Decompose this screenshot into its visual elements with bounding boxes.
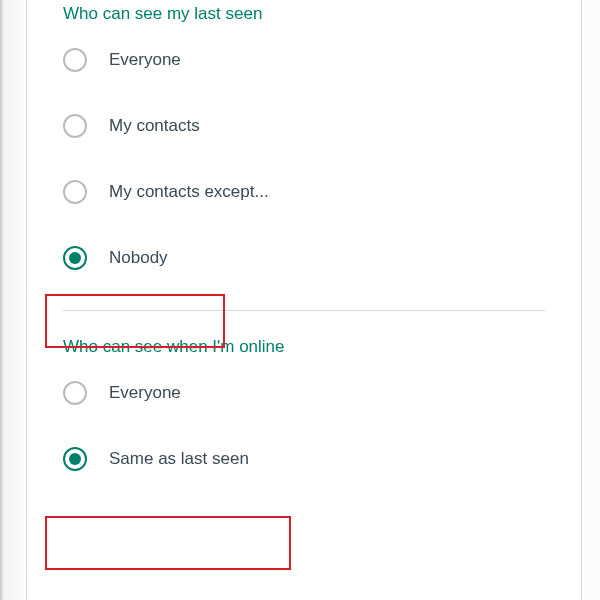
section-title-last-seen: Who can see my last seen — [27, 0, 581, 24]
option-nobody[interactable]: Nobody — [63, 240, 581, 276]
option-everyone[interactable]: Everyone — [63, 42, 581, 78]
radio-icon — [63, 447, 87, 471]
section-title-online: Who can see when I'm online — [27, 333, 581, 357]
option-label: My contacts except... — [109, 182, 269, 202]
option-online-everyone[interactable]: Everyone — [63, 375, 581, 411]
option-label: Same as last seen — [109, 449, 249, 469]
option-my-contacts[interactable]: My contacts — [63, 108, 581, 144]
radio-icon — [63, 381, 87, 405]
option-label: My contacts — [109, 116, 200, 136]
option-my-contacts-except[interactable]: My contacts except... — [63, 174, 581, 210]
section-divider — [63, 310, 545, 311]
online-options: Everyone Same as last seen — [27, 357, 581, 511]
highlight-box — [45, 516, 291, 570]
privacy-settings-panel: Who can see my last seen Everyone My con… — [26, 0, 582, 600]
option-label: Nobody — [109, 248, 168, 268]
radio-icon — [63, 180, 87, 204]
radio-icon — [63, 246, 87, 270]
radio-icon — [63, 114, 87, 138]
radio-icon — [63, 48, 87, 72]
option-label: Everyone — [109, 383, 181, 403]
option-label: Everyone — [109, 50, 181, 70]
option-same-as-last-seen[interactable]: Same as last seen — [63, 441, 581, 477]
last-seen-options: Everyone My contacts My contacts except.… — [27, 24, 581, 310]
